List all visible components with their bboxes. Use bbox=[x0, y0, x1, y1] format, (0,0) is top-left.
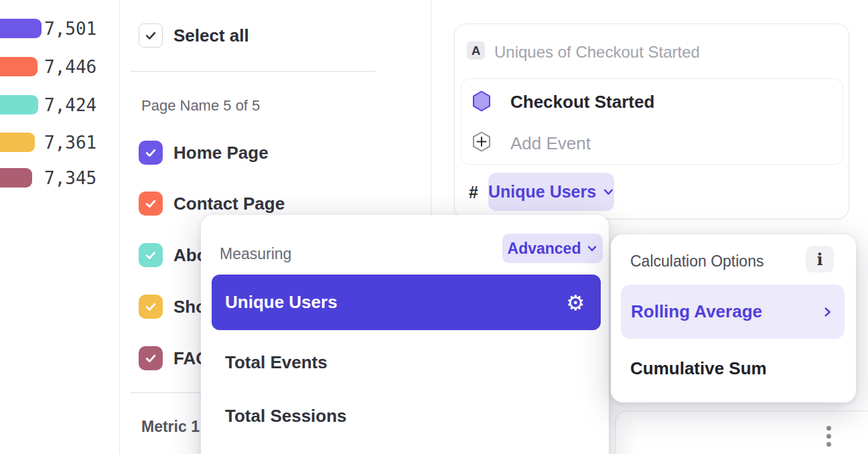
check-icon bbox=[144, 146, 157, 159]
group-label: Page Name 5 of 5 bbox=[141, 97, 260, 115]
check-icon bbox=[144, 197, 157, 210]
checkbox-contact-page[interactable] bbox=[139, 192, 163, 216]
bar-value: 7,345 bbox=[44, 168, 96, 187]
mixpanel-query-screen: 7,501 7,446 7,424 7,361 7,345 Select all… bbox=[0, 0, 868, 454]
measure-value: Unique Users bbox=[488, 182, 596, 202]
filter-item-label[interactable]: Home Page bbox=[173, 143, 269, 163]
measuring-title: Measuring bbox=[220, 245, 291, 263]
calculation-options-menu: Calculation Options i Rolling Average Cu… bbox=[611, 234, 856, 402]
menu-item-total-sessions[interactable]: Total Sessions bbox=[225, 406, 347, 427]
info-icon[interactable]: i bbox=[806, 246, 834, 273]
menu-item-rolling-average[interactable]: Rolling Average bbox=[621, 285, 845, 339]
bar-segment bbox=[0, 19, 42, 38]
check-icon bbox=[144, 248, 157, 262]
menu-item-total-events[interactable]: Total Events bbox=[225, 352, 328, 373]
bar-segment bbox=[0, 95, 38, 115]
bar-segment bbox=[0, 168, 32, 187]
gear-icon[interactable]: ⚙ bbox=[566, 292, 585, 313]
kebab-menu-button[interactable] bbox=[826, 426, 831, 447]
bar-value: 7,501 bbox=[44, 19, 96, 38]
check-icon bbox=[144, 29, 157, 42]
advanced-label: Advanced bbox=[508, 240, 581, 258]
checkbox-faq-page[interactable] bbox=[139, 346, 163, 370]
select-all-label: Select all bbox=[173, 25, 249, 46]
chevron-right-icon bbox=[822, 306, 833, 317]
series-a-badge: A bbox=[467, 42, 485, 60]
menu-item-cumulative-sum[interactable]: Cumulative Sum bbox=[630, 358, 767, 379]
bar-segment bbox=[0, 133, 35, 152]
checkbox-shop-page[interactable] bbox=[139, 295, 163, 319]
check-icon bbox=[144, 352, 157, 365]
chevron-down-icon bbox=[587, 243, 597, 254]
measure-dropdown[interactable]: Unique Users bbox=[488, 173, 614, 211]
menu-item-unique-users[interactable]: Unique Users ⚙ bbox=[212, 275, 601, 330]
kebab-dot bbox=[826, 426, 831, 431]
check-icon bbox=[144, 300, 157, 313]
calculation-options-title: Calculation Options bbox=[630, 252, 764, 271]
bar-value: 7,446 bbox=[44, 57, 96, 76]
series-name-input[interactable]: Uniques of Checkout Started bbox=[494, 43, 700, 62]
bar-segment bbox=[0, 57, 38, 76]
menu-item-label: Rolling Average bbox=[631, 301, 762, 322]
divider bbox=[131, 71, 376, 72]
advanced-dropdown[interactable]: Advanced bbox=[502, 234, 603, 263]
checkbox-home-page[interactable] bbox=[139, 141, 163, 165]
panel-divider-left bbox=[119, 0, 120, 454]
chevron-down-icon bbox=[603, 186, 614, 198]
kebab-dot bbox=[826, 434, 831, 439]
metric-label[interactable]: Metric 1 bbox=[141, 418, 200, 436]
bar-value: 7,424 bbox=[44, 95, 96, 115]
measure-hash-symbol: # bbox=[469, 183, 478, 202]
checkbox-about-page[interactable] bbox=[139, 243, 163, 267]
menu-item-label: Unique Users bbox=[225, 292, 338, 313]
event-hexagon-icon bbox=[472, 90, 491, 112]
add-event-icon[interactable] bbox=[472, 131, 491, 152]
measuring-menu: Measuring Advanced Unique Users ⚙ Total … bbox=[201, 215, 609, 454]
event-name[interactable]: Checkout Started bbox=[510, 92, 654, 112]
filter-item-label[interactable]: Contact Page bbox=[173, 194, 285, 214]
add-event-label[interactable]: Add Event bbox=[510, 133, 591, 154]
bar-value: 7,361 bbox=[44, 133, 96, 152]
select-all-checkbox[interactable] bbox=[139, 23, 163, 48]
kebab-dot bbox=[826, 442, 831, 447]
